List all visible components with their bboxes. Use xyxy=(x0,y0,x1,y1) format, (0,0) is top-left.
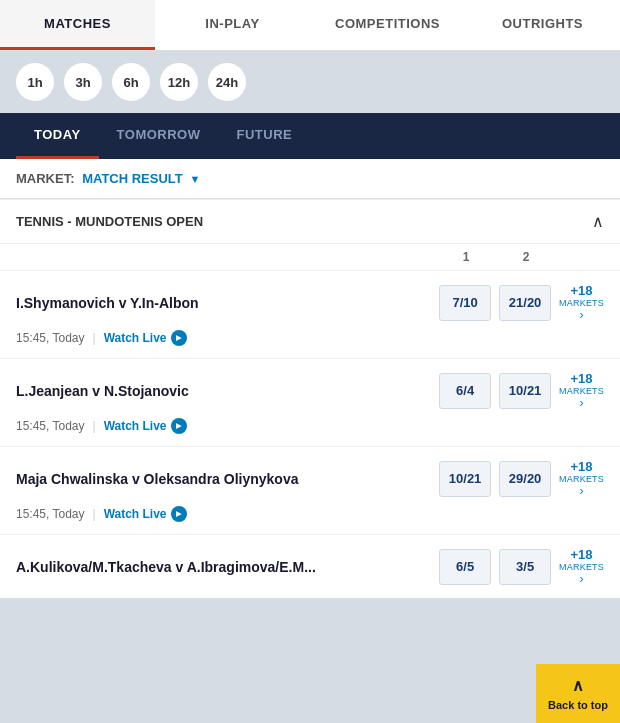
match-name: L.Jeanjean v N.Stojanovic xyxy=(16,383,439,399)
more-markets-button[interactable]: +18 MARKETS › xyxy=(559,459,604,498)
watch-live-label: Watch Live xyxy=(104,419,167,433)
tab-competitions[interactable]: COMPETITIONS xyxy=(310,0,465,50)
odd-button-1[interactable]: 6/4 xyxy=(439,373,491,409)
play-icon: ▶ xyxy=(171,330,187,346)
time-filter-12h[interactable]: 12h xyxy=(160,63,198,101)
odds-group: 6/5 3/5 +18 MARKETS › xyxy=(439,547,604,586)
match-row: I.Shymanovich v Y.In-Albon 7/10 21/20 +1… xyxy=(0,270,620,358)
odd-button-2[interactable]: 10/21 xyxy=(499,373,551,409)
match-top-row: A.Kulikova/M.Tkacheva v A.Ibragimova/E.M… xyxy=(16,547,604,586)
odd-button-1[interactable]: 6/5 xyxy=(439,549,491,585)
more-markets-count: +18 xyxy=(571,547,593,562)
more-markets-button[interactable]: +18 MARKETS › xyxy=(559,371,604,410)
market-prefix-label: MARKET: xyxy=(16,171,75,186)
separator: | xyxy=(93,419,96,433)
tab-outrights[interactable]: OUTRIGHTS xyxy=(465,0,620,50)
chevron-right-icon: › xyxy=(580,484,584,498)
markets-label: MARKETS xyxy=(559,562,604,572)
odds-group: 6/4 10/21 +18 MARKETS › xyxy=(439,371,604,410)
markets-label: MARKETS xyxy=(559,386,604,396)
market-value-label: MATCH RESULT xyxy=(82,171,183,186)
section-title: TENNIS - MUNDOTENIS OPEN xyxy=(16,214,203,229)
odd-button-1[interactable]: 7/10 xyxy=(439,285,491,321)
odds-group: 10/21 29/20 +18 MARKETS › xyxy=(439,459,604,498)
more-markets-button[interactable]: +18 MARKETS › xyxy=(559,283,604,322)
collapse-button[interactable]: ∧ xyxy=(592,212,604,231)
time-filter-6h[interactable]: 6h xyxy=(112,63,150,101)
time-filter-1h[interactable]: 1h xyxy=(16,63,54,101)
match-top-row: I.Shymanovich v Y.In-Albon 7/10 21/20 +1… xyxy=(16,283,604,322)
match-top-row: L.Jeanjean v N.Stojanovic 6/4 10/21 +18 … xyxy=(16,371,604,410)
top-navigation: MATCHES IN-PLAY COMPETITIONS OUTRIGHTS xyxy=(0,0,620,51)
odd-button-2[interactable]: 3/5 xyxy=(499,549,551,585)
odd-button-1[interactable]: 10/21 xyxy=(439,461,491,497)
match-meta: 15:45, Today | Watch Live ▶ xyxy=(16,506,604,522)
chevron-right-icon: › xyxy=(580,572,584,586)
match-name: Maja Chwalinska v Oleksandra Oliynykova xyxy=(16,471,439,487)
more-markets-button[interactable]: +18 MARKETS › xyxy=(559,547,604,586)
section-header: TENNIS - MUNDOTENIS OPEN ∧ xyxy=(0,199,620,244)
match-meta: 15:45, Today | Watch Live ▶ xyxy=(16,418,604,434)
match-name: A.Kulikova/M.Tkacheva v A.Ibragimova/E.M… xyxy=(16,559,439,575)
more-markets-count: +18 xyxy=(571,283,593,298)
back-to-top-button[interactable]: ∧ Back to top xyxy=(536,664,620,723)
match-name: I.Shymanovich v Y.In-Albon xyxy=(16,295,439,311)
odd-button-2[interactable]: 29/20 xyxy=(499,461,551,497)
col-header-1: 1 xyxy=(440,250,492,264)
watch-live-label: Watch Live xyxy=(104,507,167,521)
day-tab-future[interactable]: FUTURE xyxy=(219,113,311,159)
tab-inplay[interactable]: IN-PLAY xyxy=(155,0,310,50)
more-markets-count: +18 xyxy=(571,459,593,474)
watch-live-label: Watch Live xyxy=(104,331,167,345)
time-filter-24h[interactable]: 24h xyxy=(208,63,246,101)
match-row: L.Jeanjean v N.Stojanovic 6/4 10/21 +18 … xyxy=(0,358,620,446)
back-to-top-arrow-icon: ∧ xyxy=(572,676,584,695)
odd-button-2[interactable]: 21/20 xyxy=(499,285,551,321)
time-filter-3h[interactable]: 3h xyxy=(64,63,102,101)
time-filter-bar: 1h 3h 6h 12h 24h xyxy=(0,51,620,113)
col-header-2: 2 xyxy=(500,250,552,264)
match-time: 15:45, Today xyxy=(16,419,85,433)
chevron-right-icon: › xyxy=(580,308,584,322)
odds-group: 7/10 21/20 +18 MARKETS › xyxy=(439,283,604,322)
watch-live-button[interactable]: Watch Live ▶ xyxy=(104,330,187,346)
match-row-partial: A.Kulikova/M.Tkacheva v A.Ibragimova/E.M… xyxy=(0,534,620,598)
match-row: Maja Chwalinska v Oleksandra Oliynykova … xyxy=(0,446,620,534)
column-headers: 1 2 xyxy=(0,244,620,270)
watch-live-button[interactable]: Watch Live ▶ xyxy=(104,418,187,434)
chevron-right-icon: › xyxy=(580,396,584,410)
tab-matches[interactable]: MATCHES xyxy=(0,0,155,50)
match-meta: 15:45, Today | Watch Live ▶ xyxy=(16,330,604,346)
markets-label: MARKETS xyxy=(559,298,604,308)
day-tab-bar: TODAY TOMORROW FUTURE xyxy=(0,113,620,159)
markets-label: MARKETS xyxy=(559,474,604,484)
separator: | xyxy=(93,331,96,345)
day-tab-tomorrow[interactable]: TOMORROW xyxy=(99,113,219,159)
separator: | xyxy=(93,507,96,521)
day-tab-today[interactable]: TODAY xyxy=(16,113,99,159)
more-markets-count: +18 xyxy=(571,371,593,386)
play-icon: ▶ xyxy=(171,506,187,522)
match-top-row: Maja Chwalinska v Oleksandra Oliynykova … xyxy=(16,459,604,498)
market-selector[interactable]: MARKET: MATCH RESULT ▼ xyxy=(0,159,620,199)
play-icon: ▶ xyxy=(171,418,187,434)
watch-live-button[interactable]: Watch Live ▶ xyxy=(104,506,187,522)
back-to-top-label: Back to top xyxy=(548,699,608,711)
market-chevron-icon: ▼ xyxy=(189,173,200,185)
match-time: 15:45, Today xyxy=(16,331,85,345)
match-time: 15:45, Today xyxy=(16,507,85,521)
